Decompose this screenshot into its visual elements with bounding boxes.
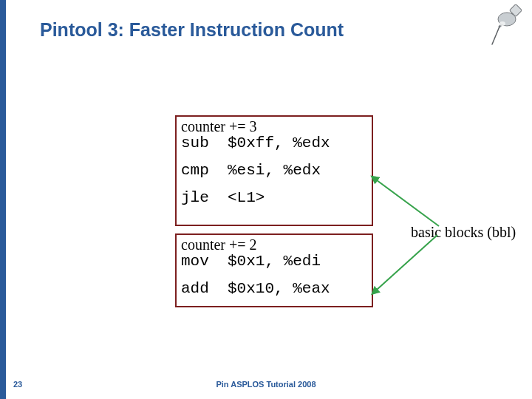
asm-jle: jle <L1> xyxy=(181,189,367,206)
asm-sub: sub $0xff, %edx xyxy=(181,134,367,151)
counter-increment-2: counter += 2 xyxy=(181,236,367,253)
asm-add: add $0x10, %eax xyxy=(181,280,367,297)
basic-blocks-label: basic blocks (bbl) xyxy=(411,224,516,241)
pushpin-icon xyxy=(488,4,522,49)
basic-block-2: counter += 2 mov $0x1, %edi add $0x10, %… xyxy=(175,233,373,307)
svg-point-2 xyxy=(499,21,505,26)
svg-line-3 xyxy=(377,180,439,226)
left-stripe xyxy=(0,0,6,399)
arrow-to-block1 xyxy=(369,173,451,232)
basic-block-1: counter += 3 sub $0xff, %edx cmp %esi, %… xyxy=(175,115,373,226)
asm-cmp: cmp %esi, %edx xyxy=(181,162,367,179)
slide-title: Pintool 3: Faster Instruction Count xyxy=(40,19,344,41)
svg-line-4 xyxy=(377,235,437,290)
counter-increment-3: counter += 3 xyxy=(181,118,367,134)
asm-mov: mov $0x1, %edi xyxy=(181,253,367,270)
footer-text: Pin ASPLOS Tutorial 2008 xyxy=(0,380,532,389)
